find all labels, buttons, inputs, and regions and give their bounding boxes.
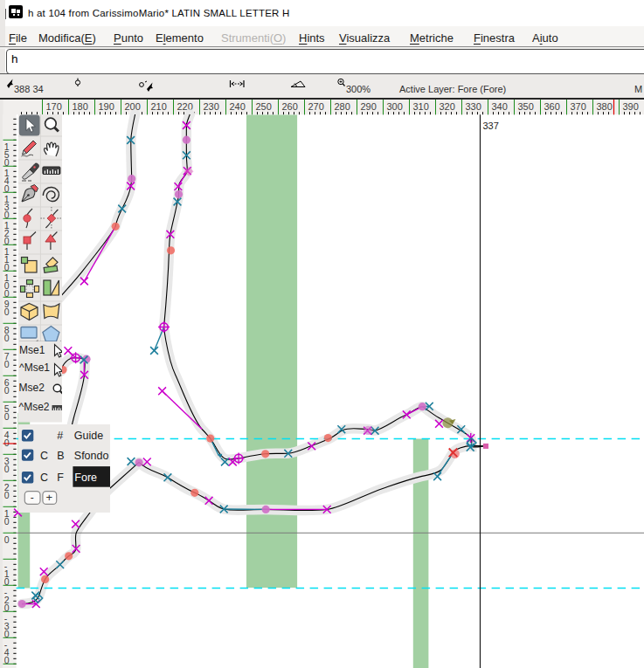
- svg-text:0: 0: [4, 490, 10, 500]
- svg-text:0: 0: [4, 157, 10, 168]
- svg-text:380: 380: [597, 101, 613, 112]
- svg-text:0: 0: [4, 655, 10, 665]
- svg-text:240: 240: [230, 101, 246, 112]
- svg-text:270: 270: [308, 101, 324, 112]
- svg-text:360: 360: [544, 101, 560, 112]
- svg-text:280: 280: [335, 101, 350, 112]
- svg-text:0: 0: [4, 411, 10, 422]
- svg-text:350: 350: [518, 101, 534, 112]
- svg-text:#: #: [57, 430, 63, 442]
- svg-text:0: 0: [4, 576, 10, 587]
- svg-text:370: 370: [571, 101, 586, 112]
- svg-text:0: 0: [4, 306, 10, 317]
- svg-text:B: B: [57, 450, 64, 462]
- svg-text:Sfondo: Sfondo: [73, 450, 108, 462]
- svg-text:+: +: [45, 491, 52, 504]
- svg-text:0: 0: [4, 210, 10, 220]
- svg-text:230: 230: [204, 101, 219, 112]
- svg-text:C: C: [39, 472, 47, 484]
- svg-text:0: 0: [4, 464, 10, 474]
- svg-text:190: 190: [99, 101, 114, 112]
- svg-text:0: 0: [4, 603, 10, 613]
- svg-text:170: 170: [46, 101, 62, 112]
- svg-text:390: 390: [623, 101, 639, 112]
- svg-text:210: 210: [151, 101, 167, 112]
- svg-text:0: 0: [4, 236, 10, 246]
- svg-text:0: 0: [4, 359, 10, 369]
- svg-text:320: 320: [440, 101, 455, 112]
- svg-text:0: 0: [4, 437, 10, 448]
- svg-text:0: 0: [4, 516, 10, 527]
- svg-text:250: 250: [256, 101, 272, 112]
- svg-text:337: 337: [483, 121, 499, 131]
- svg-text:Fore: Fore: [74, 472, 97, 484]
- svg-text:-: -: [30, 492, 33, 504]
- svg-text:Guide: Guide: [73, 430, 102, 442]
- svg-text:330: 330: [466, 101, 481, 112]
- svg-text:260: 260: [282, 101, 298, 112]
- svg-text:310: 310: [413, 101, 429, 112]
- svg-text:0: 0: [4, 262, 10, 272]
- svg-text:C: C: [39, 450, 47, 462]
- svg-text:300: 300: [387, 101, 403, 112]
- svg-text:0: 0: [4, 385, 10, 396]
- svg-text:0: 0: [4, 183, 10, 194]
- svg-text:0: 0: [4, 288, 10, 299]
- svg-text:340: 340: [492, 101, 508, 112]
- svg-text:180: 180: [73, 101, 88, 112]
- svg-text:0: 0: [4, 534, 10, 545]
- svg-text:290: 290: [361, 101, 377, 112]
- svg-text:F: F: [57, 472, 64, 484]
- svg-text:0: 0: [4, 333, 10, 343]
- svg-text:0: 0: [4, 629, 10, 639]
